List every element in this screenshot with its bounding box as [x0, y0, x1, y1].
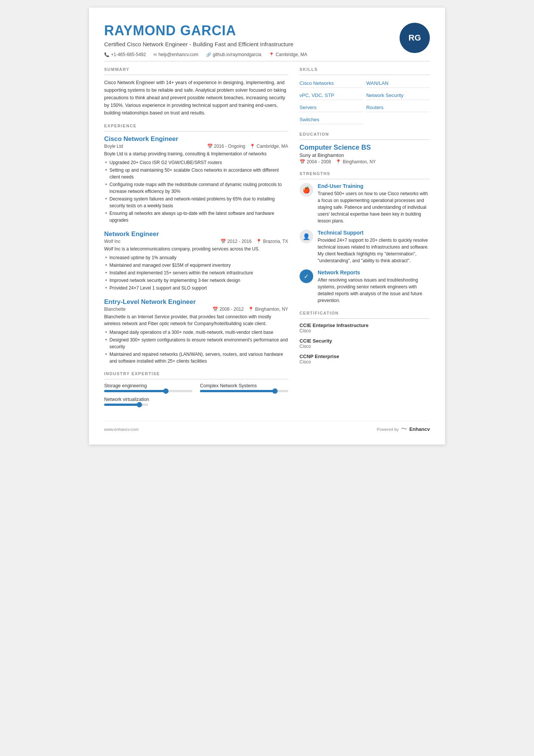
summary-divider	[104, 75, 288, 75]
strength-3-content: Network Reports After resolving various …	[318, 269, 430, 304]
skills-grid: Cisco Networks WAN/LAN vPC, VDC, STP Net…	[300, 79, 430, 124]
strength-1-text: Trained 500+ users on how to use Cisco n…	[318, 190, 430, 224]
expertise-complex-label: Complex Network Systems	[200, 383, 288, 388]
strength-1: 🍎 End-User Training Trained 500+ users o…	[300, 183, 430, 224]
brand-name: Enhancv	[409, 426, 430, 432]
strength-3-title: Network Reports	[318, 269, 430, 275]
calendar-icon: 📅	[207, 144, 213, 149]
skills-section: SKILLS Cisco Networks WAN/LAN vPC, VDC, …	[300, 67, 430, 124]
footer-website: www.enhancv.com	[104, 427, 139, 432]
strength-2-text: Provided 24×7 support to 20+ clients to …	[318, 237, 430, 264]
expertise-storage-bar-bg	[104, 390, 192, 392]
experience-section: EXPERIENCE Cisco Network Engineer Boyle …	[104, 124, 288, 365]
job-1-bullets: Upgraded 20+ Cisco ISR G2 VGW/CUBE/SRST …	[104, 159, 288, 224]
experience-divider	[104, 131, 288, 131]
strength-3-text: After resolving various issues and troub…	[318, 277, 430, 304]
cert-2: CCIE Security Cisco	[300, 338, 430, 349]
expertise-virt-label: Network virtualization	[104, 397, 192, 402]
contact-github: 🔗 github.io/raymondgarcia	[206, 52, 261, 57]
job-2-dates: 📅 2012 - 2016	[220, 239, 251, 244]
bullet: Improved network security by implementin…	[104, 277, 288, 284]
expertise-divider	[104, 379, 288, 379]
edu-location: 📍 Binghamton, NY	[336, 159, 376, 164]
skill-vpc-vdc-stp: vPC, VDC, STP	[300, 91, 363, 100]
edu-school: Suny at Binghamton	[300, 152, 430, 158]
expertise-grid: Storage engineering Complex Network Syst…	[104, 383, 288, 406]
bullet: Increased uptime by 1% annually	[104, 254, 288, 261]
job-1-title: Cisco Network Engineer	[104, 135, 288, 143]
edu-degree: Computer Science BS	[300, 144, 430, 152]
skill-network-security: Network Security	[366, 91, 430, 100]
calendar-icon-2: 📅	[220, 239, 226, 244]
job-2-meta-right: 📅 2012 - 2016 📍 Brazoria, TX	[220, 239, 288, 244]
expertise-virt-bar-bg	[104, 404, 148, 406]
skill-servers: Servers	[300, 103, 363, 112]
job-3-meta: Blanchette 📅 2008 - 2012 📍 Binghamton, N…	[104, 307, 288, 312]
strength-1-icon-wrap: 🍎	[300, 183, 313, 197]
expertise-virt-bar-fill	[104, 404, 139, 406]
skill-routers: Routers	[366, 103, 430, 112]
bullet: Managed daily operations of a 300+ node,…	[104, 329, 288, 336]
cert-1-name: CCIE Enteprise Infrastructure	[300, 322, 430, 328]
job-1-meta: Boyle Ltd 📅 2016 - Ongoing 📍 Cambridge, …	[104, 144, 288, 149]
location-icon-1: 📍	[250, 144, 255, 149]
job-3-title: Entry-Level Network Engineer	[104, 298, 288, 306]
job-2: Network Engineer Wolf Inc 📅 2012 - 2016 …	[104, 230, 288, 291]
phone-icon: 📞	[104, 52, 109, 57]
job-2-bullets: Increased uptime by 1% annually Maintain…	[104, 254, 288, 291]
strengths-section: STRENGTHS 🍎 End-User Training Trained 50…	[300, 171, 430, 304]
cert-1-issuer: Cisco	[300, 328, 430, 333]
bullet: Installed and implemented 15+ servers wi…	[104, 269, 288, 276]
job-3-company: Blanchette	[104, 307, 126, 312]
location-icon-edu: 📍	[336, 159, 341, 164]
job-3-desc: Blanchette is an Internet Service provid…	[104, 313, 288, 327]
strength-3: ✓ Network Reports After resolving variou…	[300, 269, 430, 304]
apple-icon: 🍎	[303, 186, 310, 194]
calendar-icon-edu: 📅	[300, 159, 305, 164]
job-2-meta: Wolf Inc 📅 2012 - 2016 📍 Brazoria, TX	[104, 239, 288, 244]
expertise-virt: Network virtualization	[104, 397, 192, 406]
strength-1-title: End-User Training	[318, 183, 430, 189]
contact-location: 📍 Cambridge, MA	[269, 52, 307, 57]
cert-2-issuer: Cisco	[300, 344, 430, 349]
education-divider	[300, 139, 430, 140]
email-icon: ✉	[153, 52, 157, 57]
skills-divider	[300, 75, 430, 75]
header-divider	[104, 61, 430, 61]
contact-phone: 📞 +1-465-685-5492	[104, 52, 146, 57]
bullet: Maintained and managed over $15M of equi…	[104, 262, 288, 269]
right-column: SKILLS Cisco Networks WAN/LAN vPC, VDC, …	[300, 67, 430, 413]
education-section: EDUCATION Computer Science BS Suny at Bi…	[300, 132, 430, 164]
strength-2: 👤 Technical Support Provided 24×7 suppor…	[300, 230, 430, 264]
education-label: EDUCATION	[300, 132, 430, 136]
expertise-section: INDUSTRY EXPERTISE Storage engineering C…	[104, 371, 288, 406]
strengths-divider	[300, 179, 430, 179]
powered-by-text: Powered by	[377, 427, 399, 432]
link-icon: 🔗	[206, 52, 211, 57]
header-left: RAYMOND GARCIA Certified Cisco Network E…	[104, 23, 392, 57]
summary-section: SUMMARY Cisco Network Engineer with 14+ …	[104, 67, 288, 117]
cert-divider	[300, 318, 430, 319]
job-2-title: Network Engineer	[104, 230, 288, 238]
bullet: Maintained and repaired networks (LAN/WA…	[104, 351, 288, 365]
left-column: SUMMARY Cisco Network Engineer with 14+ …	[104, 67, 288, 413]
strength-2-title: Technical Support	[318, 230, 430, 236]
bullet: Configuring route maps with the redistri…	[104, 181, 288, 195]
location-icon: 📍	[269, 52, 274, 57]
job-1-dates: 📅 2016 - Ongoing	[207, 144, 245, 149]
strength-2-icon-wrap: 👤	[300, 230, 313, 243]
strength-1-content: End-User Training Trained 500+ users on …	[318, 183, 430, 224]
job-2-location: 📍 Brazoria, TX	[256, 239, 288, 244]
enhancv-symbol: 〜	[401, 425, 407, 433]
expertise-complex-dot	[272, 388, 278, 394]
certification-section: CERTIFICATION CCIE Enteprise Infrastruct…	[300, 311, 430, 365]
strength-3-icon-wrap: ✓	[300, 269, 313, 283]
candidate-title: Certified Cisco Network Engineer - Build…	[104, 40, 392, 48]
location-icon-3: 📍	[248, 307, 254, 312]
summary-label: SUMMARY	[104, 67, 288, 72]
bullet: Provided 24×7 Level 1 support and SLO su…	[104, 285, 288, 291]
avatar: RG	[400, 23, 430, 53]
expertise-storage-dot	[163, 388, 169, 394]
bullet: Designed 300+ system configurations to e…	[104, 337, 288, 350]
expertise-storage: Storage engineering	[104, 383, 192, 392]
